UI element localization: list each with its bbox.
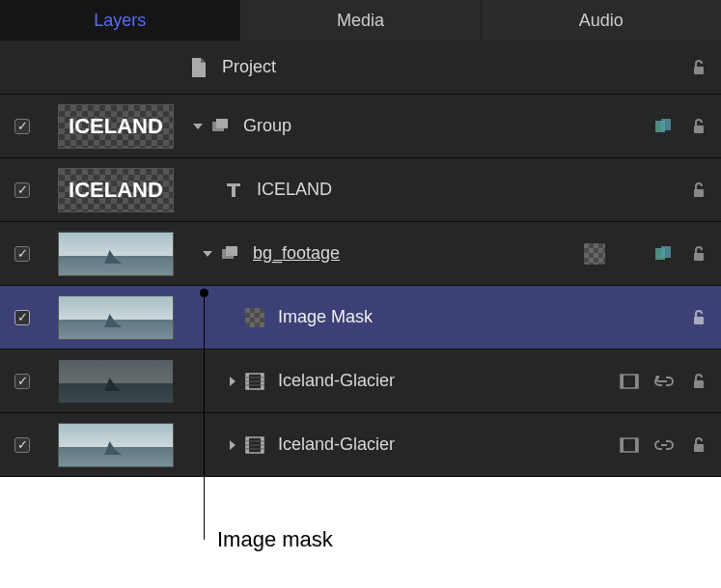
- row-clip-1[interactable]: Iceland-Glacier: [0, 350, 721, 413]
- row-label: Group: [243, 116, 291, 136]
- svg-rect-11: [694, 253, 704, 261]
- row-main: Image Mask: [187, 307, 688, 328]
- lock-icon[interactable]: [688, 371, 709, 392]
- filmstrip-icon[interactable]: [619, 371, 640, 392]
- row-right: [619, 434, 709, 456]
- thumbnail: [58, 232, 174, 276]
- checkbox-col: [0, 246, 44, 262]
- row-project[interactable]: Project: [0, 41, 721, 95]
- group-icon: [208, 116, 232, 137]
- blend-mode-icon[interactable]: [653, 116, 675, 137]
- checkbox-col: [0, 119, 44, 134]
- row-main: ICELAND: [187, 180, 688, 201]
- row-main: bg_footage: [187, 243, 584, 265]
- callout: Image mask: [0, 477, 721, 569]
- svg-rect-32: [694, 444, 704, 452]
- thumbnail: [58, 359, 174, 404]
- thumbnail: [58, 295, 174, 340]
- visibility-checkbox[interactable]: [14, 119, 30, 134]
- film-icon: [243, 434, 266, 456]
- tab-bar: Layers Media Audio: [0, 0, 721, 41]
- lock-icon[interactable]: [688, 434, 709, 456]
- svg-rect-21: [635, 375, 638, 388]
- row-image-mask[interactable]: Image Mask: [0, 286, 721, 350]
- disclosure-triangle[interactable]: [197, 248, 218, 260]
- filmstrip-icon[interactable]: [619, 434, 640, 456]
- row-clip-2[interactable]: Iceland-Glacier: [0, 413, 721, 477]
- blend-mode-icon[interactable]: [653, 243, 675, 265]
- row-label: Image Mask: [278, 307, 373, 327]
- disclosure-triangle[interactable]: [222, 439, 243, 451]
- link-icon[interactable]: [653, 371, 675, 392]
- row-main: Project: [187, 57, 688, 78]
- visibility-checkbox[interactable]: [14, 437, 30, 453]
- svg-rect-8: [226, 246, 237, 256]
- link-icon[interactable]: [653, 434, 675, 456]
- lock-icon[interactable]: [688, 180, 709, 201]
- lock-icon[interactable]: [688, 243, 709, 265]
- callout-label: Image mask: [217, 527, 333, 552]
- lock-icon[interactable]: [688, 307, 709, 328]
- svg-rect-4: [661, 119, 671, 130]
- thumbnail: [58, 423, 174, 467]
- thumb-col: [44, 295, 187, 340]
- tab-label: Media: [337, 11, 384, 31]
- thumb-text: ICELAND: [59, 105, 173, 148]
- leader-line: [204, 293, 205, 540]
- thumbnail: ICELAND: [58, 104, 174, 149]
- thumb-text: ICELAND: [59, 169, 173, 211]
- image-mask-icon: [243, 307, 266, 328]
- thumbnail: ICELAND: [58, 168, 174, 212]
- row-right: [688, 180, 709, 201]
- checkbox-col: [0, 374, 44, 389]
- visibility-checkbox[interactable]: [14, 182, 30, 198]
- checkbox-col: [0, 182, 44, 198]
- thumb-col: ICELAND: [44, 168, 187, 212]
- svg-rect-2: [216, 119, 228, 128]
- row-right: [619, 371, 709, 392]
- layers-panel: Layers Media Audio Project: [0, 0, 721, 477]
- row-label: bg_footage: [253, 243, 340, 264]
- row-label: ICELAND: [257, 180, 332, 200]
- checkbox-col: [0, 310, 44, 325]
- thumb-col: [44, 359, 187, 404]
- film-icon: [243, 371, 266, 392]
- svg-rect-22: [694, 380, 704, 388]
- row-label: Iceland-Glacier: [278, 371, 395, 391]
- disclosure-triangle[interactable]: [222, 376, 243, 387]
- disclosure-triangle[interactable]: [187, 121, 208, 132]
- row-right: [688, 307, 709, 328]
- thumb-col: [44, 423, 187, 467]
- svg-rect-30: [621, 438, 624, 452]
- row-right: [688, 57, 709, 78]
- lock-icon[interactable]: [688, 57, 709, 78]
- visibility-checkbox[interactable]: [14, 246, 30, 262]
- row-label: Iceland-Glacier: [278, 434, 395, 455]
- svg-rect-6: [694, 189, 704, 197]
- tab-media[interactable]: Media: [240, 0, 481, 41]
- row-right: [653, 116, 709, 137]
- svg-rect-10: [661, 246, 671, 258]
- svg-rect-20: [621, 375, 624, 388]
- mask-indicator-icon[interactable]: [584, 243, 605, 265]
- row-bg-footage[interactable]: bg_footage: [0, 222, 721, 286]
- tab-layers[interactable]: Layers: [0, 0, 240, 41]
- svg-rect-31: [635, 438, 638, 452]
- tab-audio[interactable]: Audio: [482, 0, 721, 41]
- group-icon: [218, 243, 241, 265]
- row-label: Project: [222, 57, 276, 77]
- row-group[interactable]: ICELAND Group: [0, 95, 721, 158]
- visibility-checkbox[interactable]: [14, 374, 30, 389]
- row-text-layer[interactable]: ICELAND ICELAND: [0, 158, 721, 222]
- layer-rows: Project ICELAND: [0, 41, 721, 477]
- project-icon: [187, 57, 210, 78]
- svg-rect-5: [694, 126, 704, 133]
- row-main: Iceland-Glacier: [187, 371, 619, 392]
- thumb-col: [44, 232, 187, 276]
- checkbox-col: [0, 437, 44, 453]
- svg-rect-0: [694, 67, 704, 74]
- text-icon: [222, 180, 245, 201]
- lock-icon[interactable]: [688, 116, 709, 137]
- visibility-checkbox[interactable]: [14, 310, 30, 325]
- checker-swatch: [245, 308, 264, 327]
